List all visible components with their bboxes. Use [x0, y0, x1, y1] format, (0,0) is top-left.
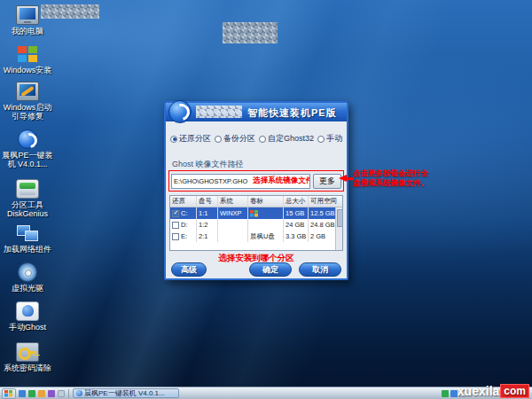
- image-path-hint: 选择系统镜像文件: [253, 176, 310, 186]
- desktop-icon-password-clear[interactable]: 系统密码清除: [2, 342, 53, 372]
- desktop-icon-network-components[interactable]: 加载网络组件: [2, 223, 53, 254]
- partition-row[interactable]: E:2:1晨枫U盘3.3 GB2 GB: [170, 231, 342, 242]
- dialog-titlebar[interactable]: 智能快速装机PE版: [166, 103, 347, 121]
- disk-cell: 1:2: [197, 219, 218, 231]
- app-logo-icon: [168, 100, 192, 123]
- password-clear-icon: [16, 342, 39, 362]
- desktop-icon-manual-ghost[interactable]: 手动Ghost: [2, 301, 53, 332]
- column-header[interactable]: 卷标: [248, 196, 284, 207]
- restore-cell: E:: [170, 231, 197, 242]
- restore-cell: D:: [170, 219, 197, 231]
- more-annotation: 点击更多按钮会进行全盘搜索系统镜像文件。: [353, 168, 433, 188]
- desktop-icon-label: Windows安装: [2, 66, 53, 74]
- image-path-combo[interactable]: E:\GHO\GHOSTXP.GHO 选择系统镜像文件 ▼: [171, 174, 310, 189]
- censored-brand: [196, 106, 242, 118]
- tray-icon-1[interactable]: [442, 390, 449, 397]
- advanced-button[interactable]: 高级: [171, 262, 207, 277]
- column-header[interactable]: 盘号: [197, 196, 218, 207]
- radio-icon[interactable]: [317, 136, 325, 143]
- column-header[interactable]: 总大小: [284, 196, 309, 207]
- virtual-drive-icon: [18, 262, 37, 282]
- column-header[interactable]: 系统: [218, 196, 248, 207]
- total-cell: 3.3 GB: [284, 231, 309, 242]
- mode-radio-restore-partition[interactable]: 还原分区: [170, 133, 211, 145]
- quicklaunch-icon-5[interactable]: [58, 390, 65, 397]
- partition-row[interactable]: C:1:1WINXP15 GB12.5 GB: [170, 207, 342, 219]
- watermark-suffix: com: [500, 384, 529, 398]
- network-components-icon: [16, 223, 39, 243]
- windows-flag-icon: [4, 390, 12, 397]
- desktop-icon-diskgenius[interactable]: 分区工具DiskGenius: [2, 179, 53, 218]
- windows-install-icon: [16, 44, 39, 64]
- task-window-icon: [76, 390, 82, 396]
- radio-label: 手动: [326, 133, 342, 145]
- watermark-text: xuexila: [458, 384, 499, 398]
- column-header[interactable]: 可用空间: [309, 196, 342, 207]
- censored-region-top-center: [223, 22, 278, 43]
- desktop-icon-label: 我的电脑: [2, 27, 53, 35]
- more-button[interactable]: 更多: [313, 174, 341, 189]
- label-cell: 晨枫U盘: [248, 231, 284, 242]
- total-cell: 15 GB: [284, 207, 309, 219]
- task-label: 晨枫PE一键装机 V4.0.1...: [84, 388, 165, 398]
- mode-radio-manual[interactable]: 手动: [317, 133, 342, 145]
- mode-radio-backup-partition[interactable]: 备份分区: [215, 133, 255, 145]
- restore-checkbox[interactable]: [172, 233, 179, 240]
- desktop-icon-label: 加载网络组件: [2, 245, 53, 254]
- taskbar: 晨枫PE一键装机 V4.0.1...: [0, 387, 532, 399]
- radio-icon[interactable]: [215, 136, 222, 143]
- desktop-icon-label: 分区工具DiskGenius: [2, 200, 53, 218]
- desktop-icon-boot-repair[interactable]: Windows启动引导修复: [2, 82, 53, 121]
- radio-label: 自定Ghost32: [268, 133, 314, 145]
- desktop-icon-label: 晨枫PE一键装机 V4.0.1...: [2, 151, 53, 168]
- restore-cell: C:: [170, 207, 197, 219]
- mode-radio-custom-ghost32[interactable]: 自定Ghost32: [259, 133, 314, 145]
- taskbar-task-button[interactable]: 晨枫PE一键装机 V4.0.1...: [73, 388, 179, 398]
- start-button[interactable]: [2, 388, 16, 399]
- desktop-icon-my-computer[interactable]: 我的电脑: [2, 5, 53, 35]
- desktop-icon-virtual-drive[interactable]: 虚拟光驱: [2, 262, 53, 293]
- restore-checkbox[interactable]: [172, 210, 179, 217]
- red-arrow-icon: [339, 175, 354, 183]
- red-highlight-box: E:\GHO\GHOSTXP.GHO 选择系统镜像文件 ▼ 更多: [168, 170, 344, 192]
- my-computer-icon: [16, 5, 39, 25]
- quicklaunch-icon-4[interactable]: [48, 390, 55, 397]
- ghost-path-label: Ghost 映像文件路径: [172, 159, 244, 170]
- desktop-icon-windows-install[interactable]: Windows安装: [2, 44, 53, 74]
- taskbar-separator: [68, 389, 69, 398]
- desktop-icon-pe-installer[interactable]: 晨枫PE一键装机 V4.0.1...: [2, 129, 53, 168]
- table-body: C:1:1WINXP15 GB12.5 GBD:1:224 GB24.8 GBE…: [170, 207, 342, 242]
- manual-ghost-icon: [16, 301, 39, 321]
- desktop-icon-label: 手动Ghost: [2, 323, 53, 332]
- label-cell: [248, 207, 284, 219]
- quicklaunch-icon-3[interactable]: [38, 390, 45, 397]
- restore-checkbox[interactable]: [172, 222, 179, 229]
- column-header[interactable]: 还原: [170, 196, 197, 207]
- label-cell: [248, 219, 284, 231]
- mode-radios: 还原分区备份分区自定Ghost32手动: [170, 133, 345, 145]
- table-scrollbar[interactable]: [335, 207, 342, 250]
- partition-table: 还原盘号系统卷标总大小可用空间 C:1:1WINXP15 GB12.5 GBD:…: [169, 195, 343, 251]
- quicklaunch-icon-1[interactable]: [19, 390, 26, 397]
- radio-icon[interactable]: [170, 136, 177, 143]
- installer-dialog: 智能快速装机PE版 还原分区备份分区自定Ghost32手动 Ghost 映像文件…: [164, 101, 348, 280]
- partition-row[interactable]: D:1:224 GB24.8 GB: [170, 219, 342, 231]
- tray-icon-2[interactable]: [450, 390, 458, 397]
- quicklaunch-icon-2[interactable]: [28, 390, 35, 397]
- disk-cell: 2:1: [197, 231, 218, 242]
- dialog-title: 智能快速装机PE版: [247, 106, 337, 120]
- watermark: xuexila com: [458, 384, 529, 398]
- system-cell: [218, 231, 248, 242]
- pe-installer-icon: [18, 129, 37, 149]
- total-cell: 24 GB: [284, 219, 309, 231]
- table-header: 还原盘号系统卷标总大小可用空间: [170, 196, 342, 207]
- radio-label: 还原分区: [179, 133, 211, 145]
- system-cell: [218, 219, 248, 231]
- ok-button[interactable]: 确定: [249, 262, 292, 277]
- dialog-body: 还原分区备份分区自定Ghost32手动 Ghost 映像文件路径 E:\GHO\…: [166, 121, 347, 278]
- desktop-icon-label: Windows启动引导修复: [2, 103, 53, 121]
- radio-icon[interactable]: [259, 136, 266, 143]
- cancel-button[interactable]: 取消: [299, 262, 341, 277]
- boot-repair-icon: [16, 82, 39, 101]
- desktop-icon-label: 系统密码清除: [2, 364, 53, 372]
